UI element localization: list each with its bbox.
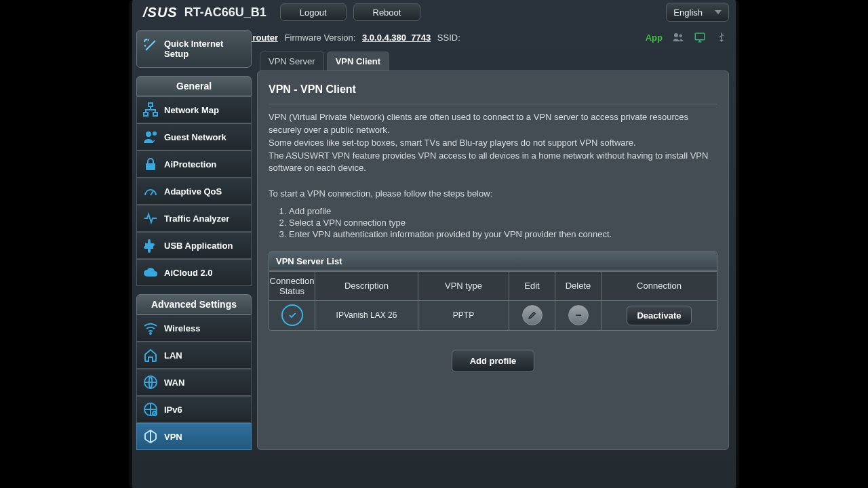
general-header: General (136, 76, 252, 96)
tab-vpn-server[interactable]: VPN Server (260, 52, 324, 70)
vpn-server-list-table: VPN Server List Connection Status Descri… (269, 251, 717, 331)
content-panel: VPN - VPN Client VPN (Virtual Private Ne… (257, 70, 729, 450)
brand-logo: /SUS (143, 5, 178, 20)
nav-label: WAN (164, 378, 184, 388)
table-row: IPVanish LAX 26 PPTP Deactivate (269, 300, 717, 330)
lock-icon (142, 156, 159, 172)
network-map-icon (142, 102, 159, 118)
svg-point-9 (150, 333, 151, 334)
guest-network-icon (142, 129, 159, 145)
usb-icon[interactable] (715, 31, 728, 43)
nav-label: Network Map (164, 105, 219, 115)
svg-rect-4 (144, 113, 148, 116)
firmware-version-value[interactable]: 3.0.0.4.380_7743 (362, 33, 431, 43)
svg-point-7 (153, 131, 157, 136)
th-description: Description (315, 271, 418, 300)
nav-label: IPv6 (164, 405, 182, 415)
step-item: Enter VPN authentication information pro… (289, 229, 717, 239)
vpn-icon (142, 428, 159, 445)
nav-traffic-analyzer[interactable]: Traffic Analyzer (136, 205, 252, 232)
description-text: The ASUSWRT VPN feature provides VPN acc… (269, 150, 717, 176)
app-link[interactable]: App (646, 33, 663, 43)
svg-point-1 (679, 35, 683, 38)
nav-lan[interactable]: LAN (136, 342, 252, 369)
add-profile-button[interactable]: Add profile (452, 350, 535, 372)
svg-point-0 (674, 33, 678, 37)
edit-button[interactable] (522, 305, 542, 325)
cloud-icon (142, 264, 159, 281)
gauge-icon (142, 183, 159, 199)
svg-rect-2 (695, 33, 705, 40)
nav-label: Wireless (164, 323, 200, 333)
nav-wireless[interactable]: Wireless (136, 314, 252, 342)
nav-vpn[interactable]: VPN (136, 423, 252, 450)
nav-usb-application[interactable]: USB Application (136, 232, 252, 259)
advanced-header: Advanced Settings (136, 294, 252, 314)
globe-icon (142, 374, 159, 390)
nav-guest-network[interactable]: Guest Network (136, 123, 252, 150)
pulse-icon (142, 210, 159, 226)
nav-aiprotection[interactable]: AiProtection (136, 150, 252, 178)
pencil-icon (528, 310, 537, 320)
firmware-version-label: Firmware Version: (285, 33, 356, 43)
nav-wan[interactable]: WAN (136, 369, 252, 396)
nav-label: USB Application (164, 241, 233, 251)
reboot-button[interactable]: Reboot (353, 3, 421, 21)
description-text: Some devices like set-top boxes, smart T… (269, 137, 717, 150)
nav-label: AiCloud 2.0 (164, 268, 213, 278)
description-text: VPN (Virtual Private Network) clients ar… (269, 111, 717, 137)
nav-network-map[interactable]: Network Map (136, 96, 252, 123)
network-monitor-icon[interactable] (694, 31, 706, 43)
nav-aicloud[interactable]: AiCloud 2.0 (136, 259, 252, 286)
steps-list: Add profile Select a VPN connection type… (289, 206, 717, 239)
wifi-icon (142, 320, 159, 336)
language-label: English (673, 7, 703, 18)
nav-label: AiProtection (164, 159, 216, 169)
nav-label: Traffic Analyzer (164, 214, 229, 224)
cell-vpn-type: PPTP (418, 300, 509, 330)
cell-description: IPVanish LAX 26 (315, 300, 418, 330)
quick-internet-setup-label: Quick Internet Setup (164, 39, 245, 59)
ssid-label: SSID: (437, 33, 460, 43)
quick-internet-setup[interactable]: Quick Internet Setup (136, 30, 252, 68)
steps-intro: To start a VPN connection, please follow… (269, 188, 717, 201)
nav-label: Guest Network (164, 132, 226, 142)
clients-icon[interactable] (672, 31, 684, 43)
nav-ipv6[interactable]: IPv6 (136, 396, 252, 423)
th-connection: Connection (601, 271, 717, 300)
globe-gear-icon (142, 401, 159, 418)
step-item: Add profile (289, 206, 717, 216)
svg-point-6 (146, 131, 151, 137)
delete-button[interactable] (568, 305, 589, 325)
minus-icon (574, 310, 583, 320)
chevron-down-icon (715, 10, 722, 14)
th-connection-status: Connection Status (269, 271, 315, 300)
th-vpn-type: VPN type (418, 271, 509, 300)
logout-button[interactable]: Logout (280, 3, 347, 21)
table-caption: VPN Server List (269, 252, 717, 271)
th-edit: Edit (509, 271, 555, 300)
svg-rect-5 (153, 113, 157, 116)
th-delete: Delete (555, 271, 601, 300)
nav-label: VPN (164, 432, 182, 442)
model-label: RT-AC66U_B1 (184, 5, 267, 20)
deactivate-button[interactable]: Deactivate (627, 306, 691, 325)
language-dropdown[interactable]: English (666, 3, 729, 22)
nav-label: Adaptive QoS (164, 186, 222, 197)
svg-rect-8 (146, 163, 155, 170)
nav-adaptive-qos[interactable]: Adaptive QoS (136, 178, 252, 205)
puzzle-icon (142, 237, 159, 253)
status-connected-icon (281, 304, 303, 326)
wand-icon (142, 37, 159, 54)
tab-vpn-client[interactable]: VPN Client (327, 52, 389, 70)
divider (269, 104, 717, 104)
nav-label: LAN (164, 350, 182, 361)
svg-rect-3 (149, 103, 153, 106)
step-item: Select a VPN connection type (289, 218, 717, 228)
page-title: VPN - VPN Client (269, 83, 717, 96)
home-icon (142, 347, 159, 363)
